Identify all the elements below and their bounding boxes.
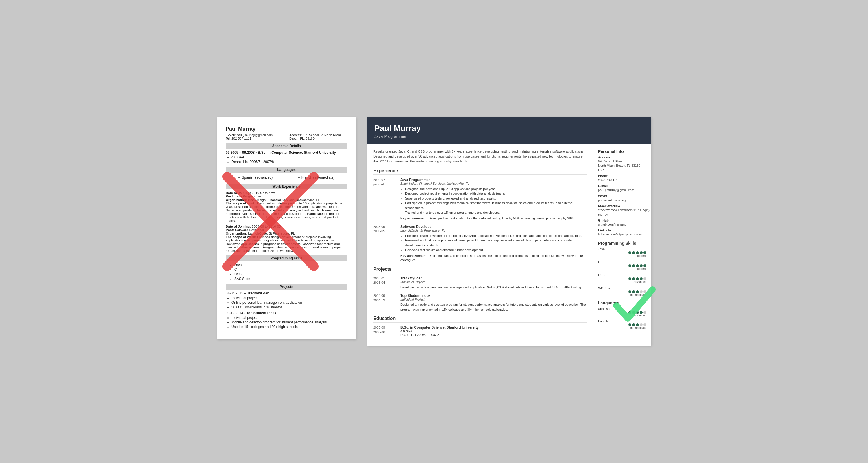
phone-sidebar: 202-578-1111 bbox=[598, 178, 646, 182]
right-proj-end-1: 2014-12 bbox=[373, 298, 385, 302]
bullet-1-1: Reviewed applications in progress of dev… bbox=[405, 238, 587, 248]
dot-1-2 bbox=[636, 264, 639, 267]
ldot-0-1 bbox=[632, 311, 635, 314]
org-label-0: Organization: bbox=[226, 198, 247, 202]
exp-date-start-1: 2008-09 - bbox=[373, 225, 387, 228]
programming-skills-title: Programming Skills bbox=[598, 241, 646, 245]
right-body: Results-oriented Java, C, and CSS progra… bbox=[368, 144, 651, 346]
skill-3: SAS Suite bbox=[235, 277, 347, 281]
right-sidebar: Personal Info Address 995 School Street … bbox=[593, 144, 651, 346]
dot-2-0 bbox=[628, 278, 631, 280]
left-contact-right: Address: 995 School St, North Miami Beac… bbox=[289, 133, 347, 140]
skill-dots-1 bbox=[628, 264, 646, 267]
lang-level-1: Intermediate bbox=[598, 326, 646, 329]
bullet-0-4: Trained and mentored over 15 junior prog… bbox=[405, 210, 587, 215]
ka-label-0: Key achievement: bbox=[400, 216, 428, 220]
exp-date-end-0: present bbox=[373, 182, 384, 186]
ldot-1-0 bbox=[628, 323, 631, 326]
ka-text-0: Developed test automation tool that redu… bbox=[429, 216, 575, 220]
exp-entry-1: 2008-09 - 2010-05 Software Developer Lau… bbox=[373, 225, 587, 263]
dot-0-0 bbox=[628, 251, 631, 254]
right-proj-content-1: Top Student Index Individual Project Des… bbox=[400, 294, 587, 312]
skill-dots-0 bbox=[628, 251, 646, 254]
ldot-1-3 bbox=[640, 323, 643, 326]
proj-dates-1: 09-12.2014 - bbox=[226, 311, 245, 315]
right-proj-end-0: 2015-04 bbox=[373, 281, 385, 284]
edu-degree: B.Sc. in Computer Science, Stanford Univ… bbox=[258, 151, 336, 155]
work-entry-0: Date of Joining: 2010-07 to now Post: Ja… bbox=[226, 191, 347, 222]
right-proj-desc-1: Designed a mobile and desktop program fo… bbox=[400, 302, 587, 312]
left-tel: 202-587-1111 bbox=[231, 137, 251, 140]
skill-level-0: Excellent bbox=[598, 254, 646, 257]
skill-name-1: C bbox=[598, 260, 646, 264]
post-label-0: Post: bbox=[226, 195, 234, 198]
proj-item-0-0: Individual project bbox=[231, 296, 347, 300]
right-proj-date-0: 2015-01 - 2015-04 bbox=[373, 276, 396, 290]
right-edu-0: 2005-09 - 2008-06 B.Sc. in Computer Scie… bbox=[373, 325, 587, 337]
job-title-0: Java Programmer bbox=[400, 178, 587, 182]
date-value-1: 2008-09 to 2010-05 bbox=[252, 225, 281, 228]
stackoverflow-label-sidebar: StackOverflow bbox=[598, 204, 646, 208]
dot-3-3 bbox=[640, 290, 643, 293]
org-1: LaunchCode, St Petersburg, FL bbox=[248, 232, 295, 235]
r-section-experience: Experience bbox=[373, 168, 587, 175]
skill-level-1: Excellent bbox=[598, 267, 646, 270]
dot-2-2 bbox=[636, 278, 639, 280]
lang-name-sidebar-0: Spanish bbox=[598, 307, 646, 310]
www-label-sidebar: WWW bbox=[598, 194, 646, 198]
skills-list: Java C CSS SAS Suite bbox=[235, 263, 347, 281]
left-contact-left: E-Mail: paul.j.murray@gmail.com Tel: 202… bbox=[226, 133, 283, 140]
date-value-0: 2010-07 to now bbox=[252, 191, 275, 195]
skill-dots-3 bbox=[628, 290, 646, 293]
personal-info-title: Personal Info bbox=[598, 149, 646, 154]
lang-dot-1 bbox=[298, 177, 300, 178]
right-name: Paul Murray bbox=[374, 124, 644, 133]
skill-row-2: CSS Advanced bbox=[598, 273, 646, 284]
right-proj-title-1: Top Student Index bbox=[400, 294, 587, 298]
email-label-sidebar: E-mail bbox=[598, 184, 646, 187]
dot-0-2 bbox=[636, 251, 639, 254]
post-1: Software Developer bbox=[235, 228, 264, 232]
stackoverflow-sidebar: stackoverflow.com/users/157997/p⁻j-murra… bbox=[598, 208, 646, 217]
exp-date-start-0: 2010-07 - bbox=[373, 178, 387, 181]
bullet-0-1: Designed project requirements in coopera… bbox=[405, 191, 587, 196]
left-email: paul.j.murray@gmail.com bbox=[237, 133, 273, 137]
scope-label-0: The scope of work: bbox=[226, 202, 256, 205]
skill-row-3: SAS Suite Intermediate bbox=[598, 286, 646, 296]
edu-entry: 09.2005 – 06.2008 - B.Sc. in Computer Sc… bbox=[226, 151, 347, 164]
ka-text-1: Designed standard procedures for assessm… bbox=[400, 254, 585, 262]
proj-title-1: Top Student Index bbox=[246, 311, 276, 315]
dot-1-3 bbox=[640, 264, 643, 267]
right-proj-type-1: Individual Project bbox=[400, 298, 587, 301]
right-resume: Paul Murray Java Programmer Results-orie… bbox=[368, 117, 651, 346]
org-label-1: Organization: bbox=[226, 232, 247, 235]
skill-bar-2 bbox=[598, 278, 646, 280]
bullet-0-0: Designed and developed up to 10 applicat… bbox=[405, 186, 587, 192]
right-proj-type-0: Individual Project bbox=[400, 280, 587, 284]
lang-bar-1 bbox=[598, 323, 646, 326]
summary-text: Results-oriented Java, C, and CSS progra… bbox=[373, 149, 587, 164]
post-label-1: Post: bbox=[226, 228, 234, 232]
right-proj-start-0: 2015-01 - bbox=[373, 277, 387, 280]
skill-dots-2 bbox=[628, 278, 646, 280]
lang-name-1: French (intermediate) bbox=[302, 175, 335, 179]
right-proj-content-0: TrackMyLoan Individual Project Developed… bbox=[400, 276, 587, 290]
lang-dots-1 bbox=[628, 323, 646, 326]
section-projects: Projects bbox=[226, 284, 347, 290]
project-entry-1: 09-12.2014 - Top Student Index Individua… bbox=[226, 311, 347, 329]
proj-item-1-1: Mobile and desktop program for student p… bbox=[231, 320, 347, 324]
company-1: LaunchCode, St Petersburg, FL bbox=[400, 229, 587, 232]
github-label-sidebar: GitHub bbox=[598, 219, 646, 222]
org-0: Black Knight Financial Services, Jackson… bbox=[248, 198, 320, 202]
right-edu-date-0: 2005-09 - 2008-06 bbox=[373, 325, 396, 337]
exp-bullets-0: Designed and developed up to 10 applicat… bbox=[405, 186, 587, 215]
dot-2-4 bbox=[644, 278, 646, 280]
r-section-education: Education bbox=[373, 316, 587, 323]
left-resume: Paul Murray E-Mail: paul.j.murray@gmail.… bbox=[217, 117, 356, 339]
languages-row: Spanish (advanced) French (intermediate) bbox=[226, 174, 347, 181]
section-programming: Programming skills bbox=[226, 255, 347, 261]
email-sidebar: paul.j.murray@gmail.com bbox=[598, 188, 646, 192]
lang-name-0: Spanish (advanced) bbox=[242, 175, 273, 179]
right-main: Results-oriented Java, C, and CSS progra… bbox=[368, 144, 593, 346]
bullet-1-0: Provided design development of projects … bbox=[405, 233, 587, 238]
